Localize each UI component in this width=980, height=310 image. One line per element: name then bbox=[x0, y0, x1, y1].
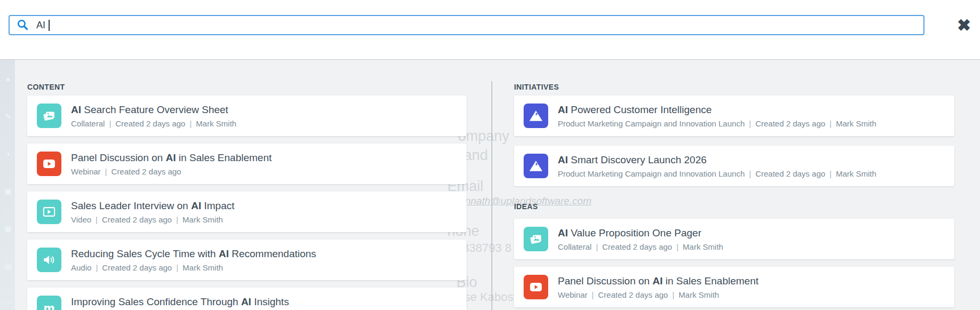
pencil-icon: ✎ bbox=[3, 112, 13, 121]
result-card[interactable]: AI Value Proposition One Pager Collatera… bbox=[514, 219, 954, 259]
section-header-initiatives: INITIATIVES bbox=[514, 83, 954, 92]
search-overlay: ●✎◖▣▦▤⋯ ompanylandEmailgannath@uplandsof… bbox=[0, 0, 980, 310]
svg-text:m: m bbox=[43, 302, 55, 310]
result-card[interactable]: AI Search Feature Overview Sheet Collate… bbox=[27, 96, 467, 136]
collateral-icon bbox=[524, 227, 548, 251]
result-meta: Webinar|Created 2 days ago bbox=[71, 166, 467, 177]
background-text-fragment: se Kabost bbox=[464, 290, 517, 304]
result-card[interactable]: AI Smart Discovery Launch 2026 Product M… bbox=[514, 146, 954, 186]
initiative-icon bbox=[524, 154, 548, 178]
document-icon: ▤ bbox=[3, 261, 13, 270]
result-title: Panel Discussion on AI in Sales Enableme… bbox=[71, 151, 467, 164]
result-meta: Audio|Created 2 days ago|Mark Smith bbox=[71, 263, 467, 273]
result-meta: Video|Created 2 days ago|Mark Smith bbox=[71, 214, 467, 225]
result-title: Sales Leader Interview on AI Impact bbox=[71, 199, 467, 212]
section-header-content: CONTENT bbox=[27, 83, 467, 92]
speaker-icon: ◖ bbox=[3, 149, 13, 158]
search-input[interactable] bbox=[30, 20, 923, 31]
result-card[interactable]: AI Powered Customer Intelligence Product… bbox=[514, 96, 954, 136]
result-meta: Webinar|Created 2 days ago|Mark Smith bbox=[558, 290, 954, 300]
app-sidebar: ●✎◖▣▦▤⋯ bbox=[0, 59, 15, 310]
search-box[interactable] bbox=[9, 15, 924, 35]
text-cursor bbox=[49, 20, 50, 31]
search-icon bbox=[16, 18, 30, 32]
result-meta: Collateral|Created 2 days ago|Mark Smith bbox=[558, 242, 954, 252]
result-card[interactable]: m Improving Sales Confidence Through AI … bbox=[27, 288, 467, 310]
calendar-icon: ▦ bbox=[3, 224, 13, 233]
webinar-icon bbox=[37, 152, 61, 176]
collateral-icon bbox=[37, 104, 61, 128]
result-meta: Product Marketing Campaign and Innovatio… bbox=[558, 169, 954, 179]
result-title: Improving Sales Confidence Through AI In… bbox=[71, 295, 467, 308]
result-card[interactable]: Panel Discussion on AI in Sales Enableme… bbox=[27, 144, 467, 184]
result-title: Reducing Sales Cycle Time with AI Recomm… bbox=[71, 247, 467, 260]
result-title: AI Powered Customer Intelligence bbox=[558, 103, 954, 116]
result-title: AI Value Proposition One Pager bbox=[558, 226, 954, 240]
compose-icon: ▣ bbox=[3, 187, 13, 195]
result-meta: Collateral|Created 2 days ago|Mark Smith bbox=[71, 118, 467, 129]
result-title: Panel Discussion on AI in Sales Enableme… bbox=[558, 274, 954, 288]
audio-icon bbox=[37, 248, 61, 272]
result-title: AI Search Feature Overview Sheet bbox=[71, 103, 467, 116]
results-area: ●✎◖▣▦▤⋯ ompanylandEmailgannath@uplandsof… bbox=[0, 59, 980, 310]
result-title: AI Smart Discovery Launch 2026 bbox=[558, 153, 954, 166]
search-header: ✖ bbox=[0, 0, 980, 60]
result-meta: Product Marketing Campaign and Innovatio… bbox=[558, 118, 954, 129]
section-initiatives: INITIATIVES AI Powered Customer Intellig… bbox=[514, 83, 954, 186]
close-icon[interactable]: ✖ bbox=[952, 14, 976, 37]
section-ideas: IDEAS AI Value Proposition One Pager Col… bbox=[514, 202, 954, 307]
result-card[interactable]: Sales Leader Interview on AI Impact Vide… bbox=[27, 192, 467, 232]
result-card[interactable]: Reducing Sales Cycle Time with AI Recomm… bbox=[27, 240, 467, 280]
ebook-icon: m bbox=[37, 296, 61, 310]
section-content: CONTENT AI Search Feature Overview Sheet… bbox=[27, 83, 467, 310]
initiative-icon bbox=[524, 104, 548, 128]
user-icon: ● bbox=[3, 75, 13, 83]
section-header-ideas: IDEAS bbox=[514, 202, 954, 211]
video-icon bbox=[37, 200, 61, 224]
result-card[interactable]: Panel Discussion on AI in Sales Enableme… bbox=[514, 267, 954, 307]
webinar-icon bbox=[524, 275, 548, 299]
ellipsis-icon: ⋯ bbox=[3, 299, 13, 307]
column-divider bbox=[492, 81, 492, 310]
